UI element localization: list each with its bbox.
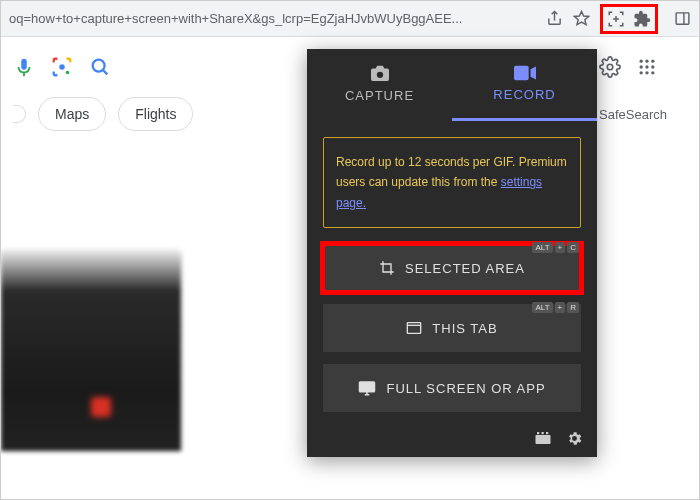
full-screen-button[interactable]: FULL SCREEN OR APP	[323, 364, 581, 412]
url-text: oq=how+to+capture+screen+with+ShareX&gs_…	[9, 11, 536, 26]
shortcut-selected-area: ALT + C	[532, 242, 579, 253]
tab-icon	[406, 321, 422, 335]
extension-highlight-box	[600, 4, 658, 34]
svg-point-8	[640, 65, 643, 68]
svg-point-13	[651, 71, 654, 74]
svg-point-4	[607, 64, 613, 70]
key-plus2: +	[555, 302, 566, 313]
panel-tabs: CAPTURE RECORD	[307, 49, 597, 121]
recordings-icon[interactable]	[534, 430, 552, 447]
chip-flights[interactable]: Flights	[118, 97, 193, 131]
settings-gear-icon[interactable]	[599, 56, 621, 78]
this-tab-label: THIS TAB	[432, 321, 497, 336]
svg-point-10	[651, 65, 654, 68]
chip-partial[interactable]	[13, 105, 26, 123]
svg-rect-18	[536, 435, 551, 444]
extension-panel: CAPTURE RECORD Record up to 12 seconds p…	[307, 49, 597, 457]
svg-rect-15	[514, 66, 529, 81]
svg-point-14	[376, 72, 382, 78]
svg-point-11	[640, 71, 643, 74]
selected-area-row: ALT + C SELECTED AREA	[323, 244, 581, 292]
tab-capture[interactable]: CAPTURE	[307, 49, 452, 121]
side-panel-icon[interactable]	[674, 10, 691, 27]
svg-point-12	[645, 71, 648, 74]
svg-point-3	[93, 60, 105, 72]
apps-grid-icon[interactable]	[637, 57, 657, 77]
shortcut-this-tab: ALT + R	[532, 302, 579, 313]
svg-point-1	[59, 64, 65, 70]
tab-record[interactable]: RECORD	[452, 49, 597, 121]
key-plus: +	[555, 242, 566, 253]
chip-maps[interactable]: Maps	[38, 97, 106, 131]
lens-icon[interactable]	[51, 56, 73, 78]
svg-rect-16	[408, 323, 421, 334]
this-tab-row: ALT + R THIS TAB	[323, 304, 581, 352]
browser-url-bar: oq=how+to+capture+screen+with+ShareX&gs_…	[1, 1, 699, 37]
svg-point-6	[645, 60, 648, 63]
monitor-icon	[358, 380, 376, 396]
safesearch-label[interactable]: SafeSearch	[599, 107, 687, 122]
extensions-puzzle-icon[interactable]	[633, 10, 651, 28]
svg-rect-17	[360, 382, 375, 392]
panel-footer-icons	[534, 430, 583, 447]
premium-hint-box: Record up to 12 seconds per GIF. Premium…	[323, 137, 581, 228]
capture-extension-icon[interactable]	[607, 10, 625, 28]
svg-point-2	[66, 71, 70, 75]
url-bar-icons	[536, 4, 691, 34]
voice-search-icon[interactable]	[13, 56, 35, 78]
video-icon	[514, 65, 536, 81]
search-tools-right	[599, 56, 657, 78]
result-thumbnail	[1, 251, 181, 451]
record-buttons: ALT + C SELECTED AREA ALT + R THI	[307, 244, 597, 412]
key-alt: ALT	[532, 242, 552, 253]
svg-point-5	[640, 60, 643, 63]
key-r: R	[567, 302, 579, 313]
svg-point-7	[651, 60, 654, 63]
share-icon[interactable]	[546, 10, 563, 27]
crop-icon	[379, 260, 395, 276]
tab-capture-label: CAPTURE	[345, 88, 414, 103]
full-screen-label: FULL SCREEN OR APP	[386, 381, 545, 396]
panel-settings-icon[interactable]	[566, 430, 583, 447]
full-screen-row: FULL SCREEN OR APP	[323, 364, 581, 412]
key-c: C	[567, 242, 579, 253]
svg-rect-0	[676, 13, 689, 24]
svg-point-9	[645, 65, 648, 68]
star-icon[interactable]	[573, 10, 590, 27]
selected-area-label: SELECTED AREA	[405, 261, 525, 276]
tab-record-label: RECORD	[493, 87, 555, 102]
camera-icon	[369, 64, 391, 82]
search-tools-left	[13, 56, 111, 78]
key-alt2: ALT	[532, 302, 552, 313]
search-icon[interactable]	[89, 56, 111, 78]
